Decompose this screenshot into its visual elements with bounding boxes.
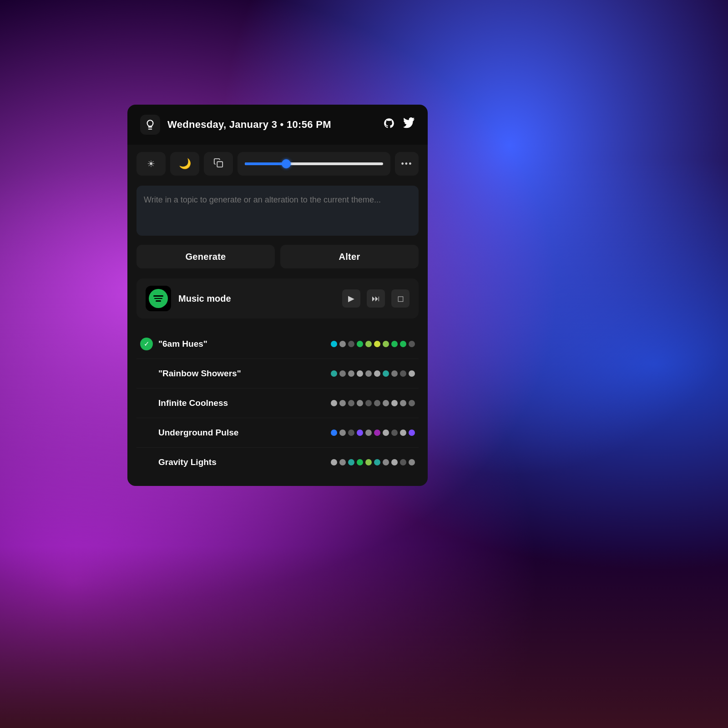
color-dot: [383, 370, 389, 377]
generate-button[interactable]: Generate: [136, 245, 275, 268]
color-dot: [331, 341, 337, 347]
color-dot: [331, 459, 337, 465]
moon-button[interactable]: 🌙: [170, 152, 199, 176]
sun-button[interactable]: ☀: [136, 152, 166, 176]
color-dot: [339, 341, 346, 347]
theme-dots: [331, 400, 415, 406]
color-dot: [357, 430, 363, 436]
inactive-spacer: [140, 367, 153, 380]
datetime-label: Wednesday, January 3 • 10:56 PM: [167, 119, 376, 131]
spotify-logo: [146, 286, 171, 311]
color-dot: [409, 370, 415, 377]
music-controls: ▶ ⏭ ◻: [342, 289, 410, 308]
color-dot: [374, 430, 380, 436]
theme-name: Infinite Coolness: [158, 398, 331, 408]
theme-dots: [331, 370, 415, 377]
slider-fill: [245, 162, 286, 165]
copy-button[interactable]: [204, 152, 233, 176]
theme-name: Gravity Lights: [158, 457, 331, 467]
inactive-spacer: [140, 426, 153, 439]
spotify-line-1: [153, 295, 163, 297]
color-dot: [400, 341, 406, 347]
header-social-icons: [383, 117, 415, 132]
color-dot: [365, 370, 372, 377]
color-dot: [400, 370, 406, 377]
theme-name: "6am Hues": [158, 339, 331, 349]
color-dot: [357, 400, 363, 406]
color-dot: [365, 341, 372, 347]
color-dot: [409, 341, 415, 347]
theme-item[interactable]: "Rainbow Showers": [136, 359, 419, 389]
inactive-spacer: [140, 397, 153, 410]
copy-icon: [213, 158, 223, 170]
theme-dots: [331, 341, 415, 347]
theme-name: "Rainbow Showers": [158, 369, 331, 379]
sun-icon: ☀: [147, 158, 155, 169]
theme-item[interactable]: Gravity Lights: [136, 448, 419, 477]
color-dot: [365, 459, 372, 465]
color-dot: [374, 370, 380, 377]
color-dot: [357, 459, 363, 465]
active-check: ✓: [140, 338, 153, 350]
svg-rect-0: [217, 162, 222, 167]
color-dot: [348, 341, 354, 347]
theme-item[interactable]: Infinite Coolness: [136, 389, 419, 418]
color-dot: [357, 370, 363, 377]
panel-header: Wednesday, January 3 • 10:56 PM: [127, 105, 428, 145]
color-dot: [348, 430, 354, 436]
color-dot: [339, 459, 346, 465]
slider-thumb: [282, 159, 291, 168]
color-dot: [348, 370, 354, 377]
color-dot: [339, 400, 346, 406]
color-dot: [383, 430, 389, 436]
color-dot: [374, 400, 380, 406]
input-section: [127, 183, 428, 245]
music-mode-label: Music mode: [178, 293, 335, 304]
spotify-line-3: [156, 300, 161, 302]
color-dot: [391, 459, 398, 465]
music-section: Music mode ▶ ⏭ ◻: [127, 276, 428, 326]
color-dot: [331, 400, 337, 406]
color-dot: [357, 341, 363, 347]
more-icon: •••: [401, 159, 413, 169]
github-icon[interactable]: [383, 117, 395, 132]
theme-name: Underground Pulse: [158, 428, 331, 438]
color-dot: [409, 400, 415, 406]
theme-item[interactable]: ✓ "6am Hues": [136, 329, 419, 359]
logo-button[interactable]: [140, 115, 160, 135]
color-dot: [348, 459, 354, 465]
color-dot: [331, 370, 337, 377]
panel-toolbar: ☀ 🌙 •••: [127, 145, 428, 183]
brightness-slider-container[interactable]: [238, 152, 390, 176]
panel-actions: Generate Alter: [127, 245, 428, 276]
slider-track: [245, 162, 383, 165]
color-dot: [383, 459, 389, 465]
color-dot: [383, 341, 389, 347]
alter-button[interactable]: Alter: [280, 245, 419, 268]
color-dot: [365, 400, 372, 406]
color-dot: [400, 459, 406, 465]
color-dot: [339, 370, 346, 377]
more-button[interactable]: •••: [395, 152, 419, 176]
twitter-icon[interactable]: [403, 117, 415, 132]
play-button[interactable]: ▶: [342, 289, 360, 308]
theme-textarea[interactable]: [136, 186, 419, 236]
color-dot: [409, 430, 415, 436]
color-dot: [374, 459, 380, 465]
spotify-lines: [153, 295, 163, 302]
color-dot: [391, 430, 398, 436]
theme-dots: [331, 459, 415, 465]
color-dot: [400, 430, 406, 436]
spotify-line-2: [154, 298, 162, 299]
theme-item[interactable]: Underground Pulse: [136, 418, 419, 448]
color-dot: [391, 400, 398, 406]
color-dot: [391, 370, 398, 377]
inactive-spacer: [140, 456, 153, 469]
skip-button[interactable]: ⏭: [367, 289, 385, 308]
bulb-icon: [144, 119, 156, 131]
color-dot: [383, 400, 389, 406]
stop-button[interactable]: ◻: [391, 289, 410, 308]
theme-dots: [331, 430, 415, 436]
color-dot: [374, 341, 380, 347]
color-dot: [400, 400, 406, 406]
